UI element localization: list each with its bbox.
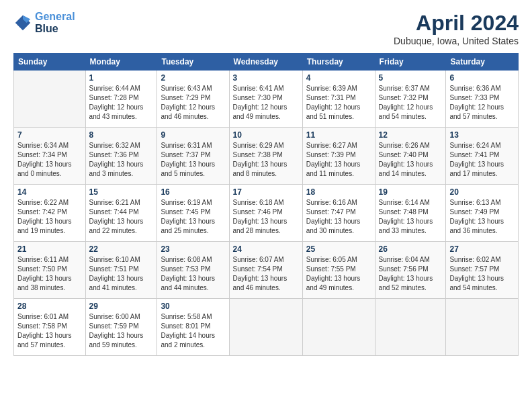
calendar-week-5: 28Sunrise: 6:01 AM Sunset: 7:58 PM Dayli… [14, 299, 519, 356]
calendar-cell: 28Sunrise: 6:01 AM Sunset: 7:58 PM Dayli… [14, 299, 86, 356]
calendar-week-1: 1Sunrise: 6:44 AM Sunset: 7:28 PM Daylig… [14, 71, 519, 128]
calendar-header-tuesday: Tuesday [157, 54, 229, 71]
day-number: 11 [306, 130, 371, 140]
calendar-cell [229, 299, 302, 356]
calendar-cell: 16Sunrise: 6:19 AM Sunset: 7:45 PM Dayli… [157, 185, 229, 242]
day-number: 12 [379, 130, 443, 140]
day-info: Sunrise: 6:34 AM Sunset: 7:34 PM Dayligh… [17, 141, 82, 179]
calendar-cell: 7Sunrise: 6:34 AM Sunset: 7:34 PM Daylig… [14, 128, 86, 185]
month-title: April 2024 [394, 11, 519, 36]
day-number: 15 [89, 187, 154, 197]
header: General Blue April 2024 Dubuque, Iowa, U… [13, 11, 519, 46]
calendar-week-2: 7Sunrise: 6:34 AM Sunset: 7:34 PM Daylig… [14, 128, 519, 185]
day-number: 29 [89, 302, 154, 311]
calendar-cell: 1Sunrise: 6:44 AM Sunset: 7:28 PM Daylig… [85, 71, 157, 128]
page: General Blue April 2024 Dubuque, Iowa, U… [0, 0, 532, 411]
day-number: 25 [306, 244, 371, 254]
day-number: 18 [306, 187, 371, 197]
day-info: Sunrise: 6:07 AM Sunset: 7:54 PM Dayligh… [233, 255, 299, 293]
day-info: Sunrise: 6:22 AM Sunset: 7:42 PM Dayligh… [17, 198, 82, 236]
calendar-cell [446, 299, 519, 356]
day-number: 23 [161, 244, 225, 254]
day-info: Sunrise: 6:14 AM Sunset: 7:48 PM Dayligh… [379, 198, 443, 236]
calendar-cell: 29Sunrise: 6:00 AM Sunset: 7:59 PM Dayli… [85, 299, 157, 356]
day-info: Sunrise: 6:10 AM Sunset: 7:51 PM Dayligh… [89, 255, 154, 293]
day-info: Sunrise: 6:26 AM Sunset: 7:40 PM Dayligh… [379, 141, 443, 179]
calendar-cell [302, 299, 375, 356]
day-info: Sunrise: 6:36 AM Sunset: 7:33 PM Dayligh… [449, 84, 515, 122]
day-info: Sunrise: 6:00 AM Sunset: 7:59 PM Dayligh… [89, 312, 154, 350]
day-info: Sunrise: 6:29 AM Sunset: 7:38 PM Dayligh… [233, 141, 299, 179]
calendar-cell: 5Sunrise: 6:37 AM Sunset: 7:32 PM Daylig… [375, 71, 446, 128]
day-number: 8 [89, 130, 154, 140]
day-number: 17 [233, 187, 299, 197]
day-info: Sunrise: 6:19 AM Sunset: 7:45 PM Dayligh… [161, 198, 225, 236]
calendar-cell: 27Sunrise: 6:02 AM Sunset: 7:57 PM Dayli… [446, 242, 519, 299]
calendar-cell: 11Sunrise: 6:27 AM Sunset: 7:39 PM Dayli… [302, 128, 375, 185]
day-info: Sunrise: 6:16 AM Sunset: 7:47 PM Dayligh… [306, 198, 371, 236]
calendar-header-friday: Friday [375, 54, 446, 71]
day-number: 24 [233, 244, 299, 254]
calendar-cell: 4Sunrise: 6:39 AM Sunset: 7:31 PM Daylig… [302, 71, 375, 128]
day-number: 14 [17, 187, 82, 197]
day-number: 7 [17, 130, 82, 140]
day-number: 27 [449, 244, 515, 254]
calendar-cell: 12Sunrise: 6:26 AM Sunset: 7:40 PM Dayli… [375, 128, 446, 185]
logo-text: General Blue [35, 11, 75, 34]
calendar-cell: 3Sunrise: 6:41 AM Sunset: 7:30 PM Daylig… [229, 71, 302, 128]
calendar-cell: 13Sunrise: 6:24 AM Sunset: 7:41 PM Dayli… [446, 128, 519, 185]
calendar-cell: 30Sunrise: 5:58 AM Sunset: 8:01 PM Dayli… [157, 299, 229, 356]
day-number: 10 [233, 130, 299, 140]
day-info: Sunrise: 6:31 AM Sunset: 7:37 PM Dayligh… [161, 141, 225, 179]
day-number: 16 [161, 187, 225, 197]
day-number: 30 [161, 302, 225, 311]
day-info: Sunrise: 6:32 AM Sunset: 7:36 PM Dayligh… [89, 141, 154, 179]
day-number: 9 [161, 130, 225, 140]
day-number: 22 [89, 244, 154, 254]
calendar-table: SundayMondayTuesdayWednesdayThursdayFrid… [13, 53, 519, 356]
calendar-header-sunday: Sunday [14, 54, 86, 71]
day-number: 26 [379, 244, 443, 254]
calendar-cell [375, 299, 446, 356]
calendar-cell: 6Sunrise: 6:36 AM Sunset: 7:33 PM Daylig… [446, 71, 519, 128]
calendar-cell: 8Sunrise: 6:32 AM Sunset: 7:36 PM Daylig… [85, 128, 157, 185]
day-number: 19 [379, 187, 443, 197]
day-number: 21 [17, 244, 82, 254]
day-info: Sunrise: 6:02 AM Sunset: 7:57 PM Dayligh… [449, 255, 515, 293]
calendar-cell [14, 71, 86, 128]
calendar-cell: 22Sunrise: 6:10 AM Sunset: 7:51 PM Dayli… [85, 242, 157, 299]
day-number: 28 [17, 302, 82, 311]
day-info: Sunrise: 6:24 AM Sunset: 7:41 PM Dayligh… [449, 141, 515, 179]
day-number: 5 [379, 73, 443, 83]
day-info: Sunrise: 6:13 AM Sunset: 7:49 PM Dayligh… [449, 198, 515, 236]
day-number: 6 [449, 73, 515, 83]
calendar-cell: 20Sunrise: 6:13 AM Sunset: 7:49 PM Dayli… [446, 185, 519, 242]
calendar-cell: 19Sunrise: 6:14 AM Sunset: 7:48 PM Dayli… [375, 185, 446, 242]
calendar-header-monday: Monday [85, 54, 157, 71]
calendar-header-wednesday: Wednesday [229, 54, 302, 71]
day-info: Sunrise: 6:21 AM Sunset: 7:44 PM Dayligh… [89, 198, 154, 236]
day-number: 13 [449, 130, 515, 140]
day-info: Sunrise: 6:01 AM Sunset: 7:58 PM Dayligh… [17, 312, 82, 350]
calendar-cell: 15Sunrise: 6:21 AM Sunset: 7:44 PM Dayli… [85, 185, 157, 242]
day-info: Sunrise: 6:05 AM Sunset: 7:55 PM Dayligh… [306, 255, 371, 293]
title-block: April 2024 Dubuque, Iowa, United States [394, 11, 519, 46]
calendar-header-saturday: Saturday [446, 54, 519, 71]
day-info: Sunrise: 6:44 AM Sunset: 7:28 PM Dayligh… [89, 84, 154, 122]
day-info: Sunrise: 6:41 AM Sunset: 7:30 PM Dayligh… [233, 84, 299, 122]
calendar-cell: 14Sunrise: 6:22 AM Sunset: 7:42 PM Dayli… [14, 185, 86, 242]
calendar-cell: 18Sunrise: 6:16 AM Sunset: 7:47 PM Dayli… [302, 185, 375, 242]
day-info: Sunrise: 6:04 AM Sunset: 7:56 PM Dayligh… [379, 255, 443, 293]
calendar-cell: 10Sunrise: 6:29 AM Sunset: 7:38 PM Dayli… [229, 128, 302, 185]
calendar-cell: 2Sunrise: 6:43 AM Sunset: 7:29 PM Daylig… [157, 71, 229, 128]
day-number: 2 [161, 73, 225, 83]
day-info: Sunrise: 6:37 AM Sunset: 7:32 PM Dayligh… [379, 84, 443, 122]
day-info: Sunrise: 6:11 AM Sunset: 7:50 PM Dayligh… [17, 255, 82, 293]
day-info: Sunrise: 6:39 AM Sunset: 7:31 PM Dayligh… [306, 84, 371, 122]
calendar-cell: 24Sunrise: 6:07 AM Sunset: 7:54 PM Dayli… [229, 242, 302, 299]
logo: General Blue [13, 11, 75, 34]
calendar-cell: 17Sunrise: 6:18 AM Sunset: 7:46 PM Dayli… [229, 185, 302, 242]
calendar-week-3: 14Sunrise: 6:22 AM Sunset: 7:42 PM Dayli… [14, 185, 519, 242]
day-info: Sunrise: 6:08 AM Sunset: 7:53 PM Dayligh… [161, 255, 225, 293]
day-info: Sunrise: 6:27 AM Sunset: 7:39 PM Dayligh… [306, 141, 371, 179]
